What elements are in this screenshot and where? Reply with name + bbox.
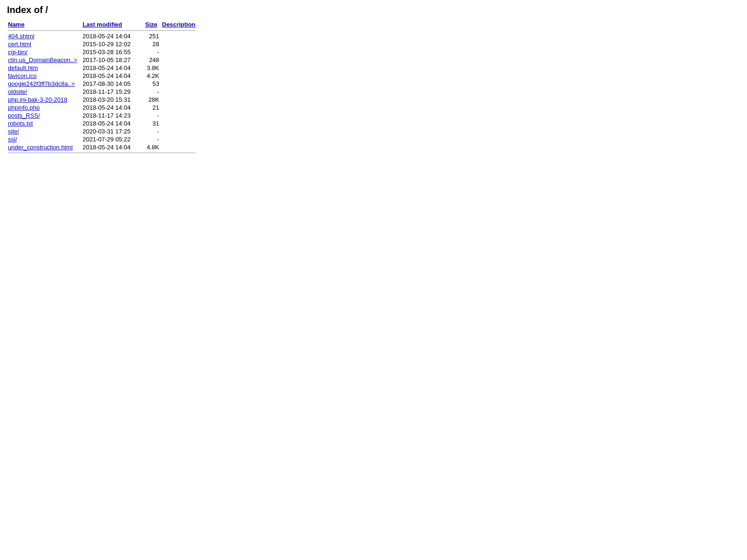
file-size-cell: 53 <box>142 80 161 88</box>
table-row: site/2020-03-31 17:25- <box>7 127 199 135</box>
file-link[interactable]: cgi-bin/ <box>8 49 28 56</box>
file-desc-cell <box>161 56 199 64</box>
file-name-cell: 404.shtml <box>7 32 82 40</box>
file-date-cell: 2018-05-24 14:04 <box>82 72 142 80</box>
file-name-cell: default.htm <box>7 64 82 72</box>
file-desc-cell <box>161 88 199 96</box>
file-link[interactable]: oldsite/ <box>8 88 27 95</box>
file-size-cell: 3.8K <box>142 64 161 72</box>
file-size-cell: 28 <box>142 40 161 48</box>
file-date-cell: 2020-03-31 17:25 <box>82 127 142 135</box>
file-link[interactable]: posts_RSS/ <box>8 112 40 119</box>
file-date-cell: 2015-10-29 12:02 <box>82 40 142 48</box>
file-name-cell: posts_RSS/ <box>7 112 82 119</box>
name-sort-link[interactable]: Name <box>8 21 24 28</box>
file-desc-cell <box>161 80 199 88</box>
file-link[interactable]: 404.shtml <box>8 33 34 40</box>
file-desc-cell <box>161 48 199 56</box>
file-link[interactable]: ssl/ <box>8 136 17 143</box>
file-listing-table: Name Last modified Size Description 404.… <box>7 20 199 154</box>
file-desc-cell <box>161 40 199 48</box>
file-link[interactable]: ctin.us_DomainBeacon..> <box>8 56 78 63</box>
file-date-cell: 2018-05-24 14:04 <box>82 104 142 112</box>
table-row: robots.txt2018-05-24 14:0431 <box>7 119 199 127</box>
file-desc-cell <box>161 72 199 80</box>
file-desc-cell <box>161 119 199 127</box>
file-size-cell: 251 <box>142 32 161 40</box>
table-row: google242f3ff7b3dc8a..>2017-08-30 14:055… <box>7 80 199 88</box>
file-size-cell: - <box>142 88 161 96</box>
file-link[interactable]: cert.html <box>8 41 31 48</box>
file-size-cell: - <box>142 48 161 56</box>
file-desc-cell <box>161 127 199 135</box>
table-row: 404.shtml2018-05-24 14:04251 <box>7 32 199 40</box>
file-size-cell: - <box>142 127 161 135</box>
file-name-cell: site/ <box>7 127 82 135</box>
file-link[interactable]: phpinfo.php <box>8 104 40 111</box>
col-header-last-modified[interactable]: Last modified <box>82 20 142 30</box>
file-name-cell: robots.txt <box>7 119 82 127</box>
file-date-cell: 2015-03-28 16:55 <box>82 48 142 56</box>
file-date-cell: 2018-05-24 14:04 <box>82 119 142 127</box>
file-size-cell: - <box>142 112 161 119</box>
file-name-cell: favicon.ico <box>7 72 82 80</box>
file-size-cell: 21 <box>142 104 161 112</box>
file-name-cell: oldsite/ <box>7 88 82 96</box>
file-name-cell: php.ini-bak-3-20-2018 <box>7 96 82 104</box>
table-row: under_construction.html2018-05-24 14:044… <box>7 143 199 151</box>
size-sort-link[interactable]: Size <box>145 21 157 28</box>
file-desc-cell <box>161 32 199 40</box>
table-row: phpinfo.php2018-05-24 14:0421 <box>7 104 199 112</box>
file-link[interactable]: default.htm <box>8 64 38 71</box>
file-date-cell: 2021-07-29 05:22 <box>82 135 142 143</box>
file-date-cell: 2018-11-17 15:29 <box>82 88 142 96</box>
file-date-cell: 2018-05-24 14:04 <box>82 64 142 72</box>
table-row: php.ini-bak-3-20-20182018-03-20 15:3128K <box>7 96 199 104</box>
file-link[interactable]: site/ <box>8 128 19 135</box>
file-size-cell: 248 <box>142 56 161 64</box>
file-link[interactable]: robots.txt <box>8 120 33 127</box>
table-row: cgi-bin/2015-03-28 16:55- <box>7 48 199 56</box>
col-header-description[interactable]: Description <box>161 20 199 30</box>
file-desc-cell <box>161 104 199 112</box>
table-row: posts_RSS/2018-11-17 14:23- <box>7 112 199 119</box>
file-link[interactable]: favicon.ico <box>8 72 36 79</box>
file-date-cell: 2018-11-17 14:23 <box>82 112 142 119</box>
table-row: favicon.ico2018-05-24 14:044.2K <box>7 72 199 80</box>
description-sort-link[interactable]: Description <box>162 21 196 28</box>
file-desc-cell <box>161 135 199 143</box>
file-name-cell: ctin.us_DomainBeacon..> <box>7 56 82 64</box>
file-name-cell: phpinfo.php <box>7 104 82 112</box>
file-size-cell: 4.8K <box>142 143 161 151</box>
table-row: oldsite/2018-11-17 15:29- <box>7 88 199 96</box>
file-date-cell: 2018-05-24 14:04 <box>82 32 142 40</box>
file-name-cell: under_construction.html <box>7 143 82 151</box>
table-row: cert.html2015-10-29 12:0228 <box>7 40 199 48</box>
file-desc-cell <box>161 96 199 104</box>
col-header-size[interactable]: Size <box>142 20 161 30</box>
file-date-cell: 2017-10-05 18:27 <box>82 56 142 64</box>
page-title: Index of / <box>7 5 740 15</box>
file-link[interactable]: under_construction.html <box>8 144 73 151</box>
file-date-cell: 2018-05-24 14:04 <box>82 143 142 151</box>
file-name-cell: google242f3ff7b3dc8a..> <box>7 80 82 88</box>
table-row: ssl/2021-07-29 05:22- <box>7 135 199 143</box>
file-size-cell: - <box>142 135 161 143</box>
file-link[interactable]: google242f3ff7b3dc8a..> <box>8 80 75 87</box>
col-header-name[interactable]: Name <box>7 20 82 30</box>
file-desc-cell <box>161 64 199 72</box>
file-desc-cell <box>161 112 199 119</box>
file-name-cell: ssl/ <box>7 135 82 143</box>
file-size-cell: 31 <box>142 119 161 127</box>
file-name-cell: cert.html <box>7 40 82 48</box>
table-row: ctin.us_DomainBeacon..>2017-10-05 18:272… <box>7 56 199 64</box>
file-date-cell: 2018-03-20 15:31 <box>82 96 142 104</box>
file-size-cell: 28K <box>142 96 161 104</box>
file-date-cell: 2017-08-30 14:05 <box>82 80 142 88</box>
last-modified-sort-link[interactable]: Last modified <box>83 21 122 28</box>
file-desc-cell <box>161 143 199 151</box>
file-link[interactable]: php.ini-bak-3-20-2018 <box>8 96 67 103</box>
table-row: default.htm2018-05-24 14:043.8K <box>7 64 199 72</box>
file-size-cell: 4.2K <box>142 72 161 80</box>
file-name-cell: cgi-bin/ <box>7 48 82 56</box>
